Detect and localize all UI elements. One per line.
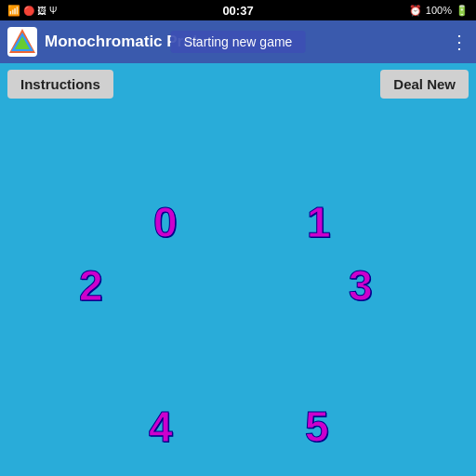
status-left: 📶 🔴 🖼 Ψ	[7, 5, 57, 17]
card-3[interactable]: 3	[349, 260, 373, 311]
wifi-icon: 🔴	[23, 6, 34, 16]
status-right: ⏰ 100% 🔋	[409, 5, 469, 17]
button-row: Instructions Deal New	[0, 63, 476, 104]
menu-icon[interactable]: ⋮	[450, 31, 469, 53]
app-logo-icon	[7, 27, 37, 57]
alarm-icon: ⏰	[409, 5, 422, 17]
card-0[interactable]: 0	[153, 197, 178, 247]
usb-icon: Ψ	[49, 6, 57, 16]
game-area: 012345	[0, 104, 476, 476]
card-2[interactable]: 2	[79, 260, 103, 311]
status-time: 00:37	[222, 4, 253, 18]
card-4[interactable]: 4	[149, 402, 173, 452]
battery-icon: 🔋	[456, 5, 469, 17]
deal-new-button[interactable]: Deal New	[380, 70, 469, 99]
instructions-button[interactable]: Instructions	[7, 70, 113, 99]
starting-toast: Starting new game	[171, 31, 306, 53]
app-bar: Monochromatic Prob Starting new game ⋮	[0, 20, 476, 63]
card-5[interactable]: 5	[305, 402, 329, 452]
status-bar: 📶 🔴 🖼 Ψ 00:37 ⏰ 100% 🔋	[0, 0, 476, 20]
photo-icon: 🖼	[37, 6, 46, 16]
card-1[interactable]: 1	[307, 197, 331, 247]
battery-label: 100%	[426, 5, 452, 16]
signal-icon: 📶	[7, 5, 20, 17]
